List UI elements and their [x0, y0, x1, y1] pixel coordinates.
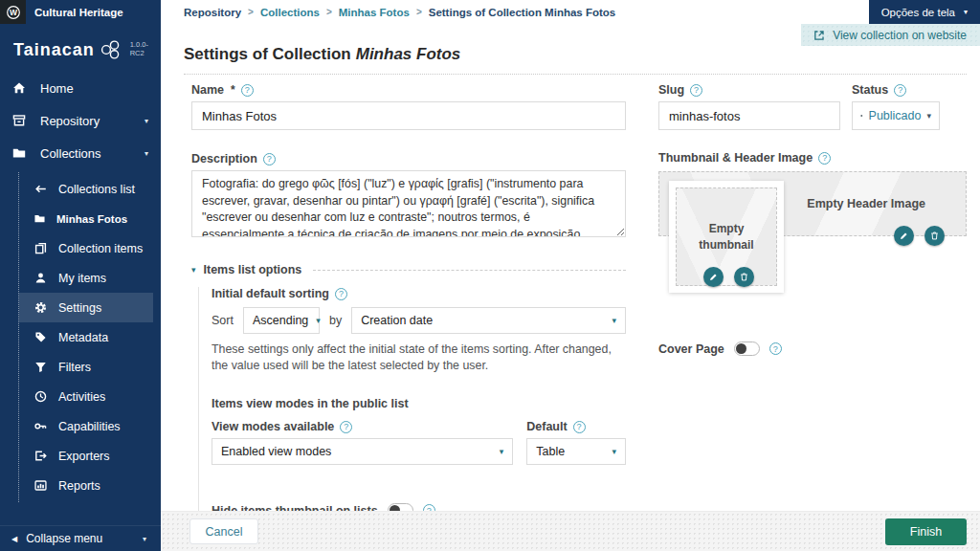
cancel-button[interactable]: Cancel	[189, 518, 258, 544]
sort-direction-select[interactable]: Ascending ▾	[243, 307, 320, 334]
slug-label: Slug	[658, 83, 684, 97]
cover-page-row: Cover Page ?	[658, 342, 967, 356]
page-title-prefix: Settings of Collection	[184, 45, 351, 63]
description-textarea[interactable]: Fotografia: do grego φῶς [fós] ("luz") e…	[191, 170, 626, 237]
sidebar-item-label: Activities	[58, 390, 105, 404]
section-divider	[313, 270, 626, 271]
description-field-group: Description ? Fotografia: do grego φῶς […	[191, 152, 626, 241]
wp-admin-bar: W Cultural Heritage	[0, 0, 161, 24]
breadcrumb-collection-name[interactable]: Minhas Fotos	[339, 7, 410, 18]
form-left-column: Name* ? Description ? Fotografia: do gre…	[191, 83, 626, 518]
empty-header-label: Empty Header Image	[807, 197, 925, 210]
sidebar-item-repository[interactable]: Repository ▾	[0, 104, 161, 137]
screen-options-button[interactable]: Opções de tela ▾	[869, 0, 980, 24]
sidebar-item-metadata[interactable]: Metadata	[19, 322, 153, 352]
version-label: 1.0.0-RC2	[130, 40, 151, 60]
sort-by-select[interactable]: Creation date ▾	[351, 307, 626, 334]
sidebar-item-capabilities[interactable]: Capabilities	[19, 411, 153, 441]
sidebar-item-label: Home	[40, 81, 74, 96]
collapse-menu-label: Collapse menu	[26, 532, 102, 545]
view-collection-button[interactable]: View collection on website	[801, 24, 980, 46]
default-view-mode-value: Table	[536, 445, 565, 458]
sidebar-item-current-collection[interactable]: Minhas Fotos	[19, 204, 153, 233]
back-arrow-icon	[33, 182, 48, 196]
help-icon[interactable]: ?	[335, 288, 347, 300]
sidebar-item-reports[interactable]: Reports	[19, 471, 153, 500]
thumbnail-placeholder: Empty thumbnail	[669, 181, 784, 293]
items-list-options-header[interactable]: ▾ Items list options	[191, 263, 626, 276]
breadcrumb-repository[interactable]: Repository	[184, 7, 241, 18]
view-modes-select[interactable]: Enabled view modes ▾	[212, 438, 513, 465]
sort-label: Sort	[212, 314, 234, 327]
view-collection-label: View collection on website	[833, 29, 967, 42]
svg-text:W: W	[9, 8, 17, 17]
default-view-mode-select[interactable]: Table ▾	[526, 438, 626, 465]
help-icon[interactable]: ?	[241, 84, 254, 97]
page-title-collection-name: Minhas Fotos	[356, 45, 461, 63]
view-modes-label: View modes available	[212, 420, 334, 433]
sidebar-item-my-items[interactable]: My items	[19, 263, 153, 293]
view-modes-row: View modes available ? Enabled view mode…	[212, 420, 626, 465]
trash-icon	[739, 272, 749, 282]
breadcrumb: Repository > Collections > Minhas Fotos …	[184, 0, 615, 24]
clock-icon	[33, 389, 48, 404]
sidebar-item-label: Minhas Fotos	[56, 213, 127, 225]
wordpress-logo-icon[interactable]: W	[0, 0, 26, 24]
sidebar: W Cultural Heritage Tainacan 1.0.0-RC2 H…	[0, 0, 161, 551]
help-icon[interactable]: ?	[340, 421, 352, 433]
breadcrumb-separator: >	[248, 7, 254, 17]
delete-thumbnail-button[interactable]	[734, 267, 754, 287]
sidebar-menu: Home Repository ▾ Collections ▾ Collecti…	[0, 72, 161, 502]
help-icon[interactable]: ?	[573, 421, 586, 433]
status-label: Status	[852, 83, 888, 97]
chevron-down-icon: ▾	[145, 149, 148, 158]
edit-header-image-button[interactable]	[894, 226, 914, 246]
pencil-icon	[708, 272, 719, 282]
sidebar-item-home[interactable]: Home	[0, 72, 161, 104]
sidebar-item-collections-list[interactable]: Collections list	[19, 174, 153, 204]
status-select[interactable]: Publicado ▾	[852, 101, 940, 130]
collapse-menu-button[interactable]: ◀ Collapse menu ▾	[0, 525, 161, 551]
sidebar-item-label: Filters	[58, 361, 91, 374]
tag-icon	[33, 330, 48, 344]
name-label: Name	[191, 83, 224, 97]
cover-page-label: Cover Page	[658, 342, 724, 356]
slug-field-group: Slug ?	[658, 83, 840, 130]
section-collapse-icon: ▾	[191, 265, 196, 275]
help-icon[interactable]: ?	[263, 153, 276, 165]
help-icon[interactable]: ?	[818, 152, 831, 165]
sidebar-item-label: Reports	[58, 479, 100, 493]
sidebar-item-settings[interactable]: Settings	[19, 293, 153, 322]
cover-page-toggle[interactable]	[734, 342, 760, 356]
site-name[interactable]: Cultural Heritage	[26, 7, 123, 18]
sidebar-item-collection-items[interactable]: Collection items	[19, 233, 153, 263]
sorting-helper-text: These settings only affect the initial s…	[212, 342, 626, 374]
tainacan-logo: Tainacan 1.0.0-RC2	[0, 24, 161, 72]
help-icon[interactable]: ?	[894, 84, 906, 97]
name-input[interactable]	[191, 101, 626, 130]
slug-input[interactable]	[658, 101, 840, 130]
sidebar-item-label: Metadata	[58, 331, 108, 344]
breadcrumb-collections[interactable]: Collections	[260, 7, 320, 18]
sidebar-item-label: Capabilities	[58, 420, 121, 433]
description-label: Description	[191, 152, 257, 165]
sidebar-item-exporters[interactable]: Exporters	[19, 441, 153, 471]
delete-header-image-button[interactable]	[924, 226, 945, 246]
page-title: Settings of CollectionMinhas Fotos	[184, 45, 460, 64]
items-list-options-body: Initial default sorting ? Sort Ascending…	[198, 287, 626, 518]
by-label: by	[329, 314, 342, 327]
finish-button[interactable]: Finish	[885, 518, 967, 545]
funnel-icon	[33, 360, 48, 374]
bar-chart-icon	[33, 478, 48, 493]
sidebar-item-filters[interactable]: Filters	[19, 352, 153, 382]
edit-thumbnail-button[interactable]	[703, 267, 724, 287]
title-separator	[184, 74, 967, 75]
chevron-down-icon: ▾	[143, 535, 146, 543]
trash-icon	[929, 231, 940, 241]
sidebar-item-activities[interactable]: Activities	[19, 382, 153, 411]
help-icon[interactable]: ?	[769, 342, 782, 355]
sidebar-item-collections[interactable]: Collections ▾	[0, 137, 161, 169]
help-icon[interactable]: ?	[690, 84, 702, 97]
home-icon	[11, 80, 27, 96]
folder-icon	[11, 145, 27, 161]
